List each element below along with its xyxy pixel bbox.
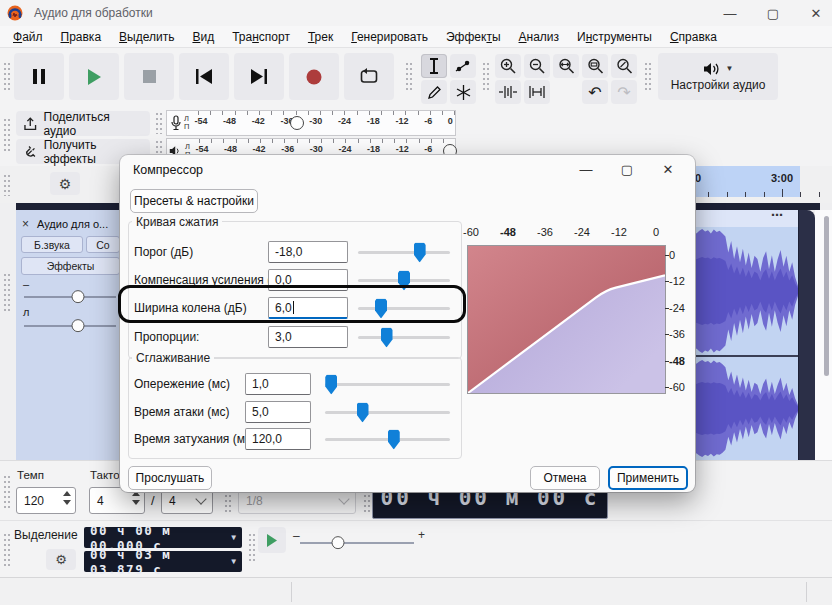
group-legend: Кривая сжатия — [132, 215, 222, 229]
track-title[interactable]: Аудио для о... — [37, 218, 108, 230]
pan-slider-thumb[interactable] — [72, 319, 85, 332]
menu-item-Правка[interactable]: Правка — [52, 28, 111, 46]
play-at-speed-button[interactable] — [258, 527, 286, 553]
track-effects-button[interactable]: Эффекты — [21, 257, 120, 275]
menu-item-Файл[interactable]: Файл — [4, 28, 52, 46]
record-button[interactable] — [289, 53, 339, 100]
pan-slider[interactable] — [24, 325, 116, 327]
clip-menu-icon[interactable]: ⋯ — [771, 208, 783, 222]
zoom-out-button[interactable] — [524, 54, 550, 78]
meter-scale-value: -12 — [395, 116, 408, 126]
share-audio-button[interactable]: Поделиться аудио — [16, 111, 150, 136]
param-slider[interactable] — [358, 307, 450, 310]
skip-to-start-button[interactable] — [179, 53, 229, 100]
dialog-minimize-button[interactable]: — — [566, 155, 606, 183]
meter-scale-value: -12 — [396, 144, 409, 154]
record-meter[interactable]: ЛП -54-48-42-36-30-24-18-12-60 — [166, 110, 456, 136]
graph-right-label: -12 — [669, 275, 685, 287]
multi-tool-button[interactable] — [450, 80, 476, 104]
title-bar: Аудио для обработки — ▢ ✕ — [0, 0, 832, 26]
clip-right-edge[interactable] — [798, 210, 815, 460]
param-input[interactable]: 3,0 — [268, 326, 348, 348]
redo-button[interactable]: ↷ — [611, 80, 637, 104]
zoom-toggle-button[interactable] — [611, 54, 637, 78]
param-input[interactable]: 120,0 — [245, 428, 311, 450]
menu-item-Эффекты[interactable]: Эффекты — [437, 28, 510, 46]
trim-audio-button[interactable] — [495, 80, 521, 104]
timeline-options-button[interactable]: ⚙ — [50, 172, 80, 195]
clip-header[interactable]: ⋯ — [679, 210, 798, 227]
graph-right-tick — [665, 334, 669, 335]
param-input[interactable]: 6,0 — [268, 297, 348, 319]
graph-top-label: 0 — [653, 226, 659, 238]
meter-scale-value: -24 — [338, 116, 351, 126]
waveform-channel-1[interactable] — [679, 227, 798, 355]
zoom-to-selection-button[interactable] — [553, 54, 579, 78]
menu-item-Анализ[interactable]: Анализ — [510, 28, 569, 46]
param-input[interactable]: 5,0 — [245, 401, 311, 423]
minimize-button[interactable]: — — [710, 0, 750, 26]
trim-audio-icon — [499, 86, 517, 98]
volume-slider-thumb[interactable] — [72, 290, 85, 303]
silence-audio-button[interactable] — [524, 80, 550, 104]
track-close-icon[interactable]: × — [22, 217, 29, 231]
menu-item-Вид[interactable]: Вид — [183, 28, 223, 46]
param-label: Время атаки (мс) — [134, 405, 229, 419]
microphone-icon — [170, 115, 182, 131]
waveform-channel-2[interactable] — [679, 357, 798, 460]
envelope-tool-button[interactable] — [450, 54, 476, 78]
param-slider[interactable] — [325, 383, 450, 386]
volume-slider[interactable] — [24, 296, 116, 298]
param-slider[interactable] — [358, 251, 450, 254]
speaker-icon — [703, 62, 721, 76]
vertical-scrollbar[interactable] — [824, 216, 829, 376]
presets-settings-button[interactable]: Пресеты & настройки — [130, 189, 258, 213]
dialog-maximize-button[interactable]: ▢ — [607, 155, 647, 183]
loop-button[interactable] — [344, 53, 394, 100]
param-input[interactable]: 1,0 — [245, 373, 311, 395]
record-volume-slider-thumb[interactable] — [290, 116, 304, 130]
play-speed-slider-thumb[interactable] — [332, 536, 345, 549]
tempo-spinner[interactable]: 120 — [16, 487, 76, 514]
selection-start-field[interactable]: 00 ч 00 м 00.000 с▼ — [84, 527, 242, 548]
solo-button[interactable]: Со — [86, 236, 120, 253]
stop-button[interactable] — [124, 53, 174, 100]
param-input[interactable]: -18,0 — [268, 241, 348, 263]
zoom-in-button[interactable] — [495, 54, 521, 78]
pause-button[interactable] — [14, 53, 64, 100]
cancel-button[interactable]: Отмена — [530, 466, 600, 490]
preview-button[interactable]: Прослушать — [128, 466, 212, 490]
apply-button[interactable]: Применить — [608, 466, 688, 490]
ruler-tick — [727, 192, 728, 197]
selection-end-field[interactable]: 00 ч 03 м 03.879 с▼ — [84, 551, 242, 572]
dialog-close-button[interactable]: ✕ — [648, 155, 688, 183]
skip-to-end-button[interactable] — [234, 53, 284, 100]
selection-toolbar: Выделение ⚙ 00 ч 00 м 00.000 с▼ 00 ч 03 … — [0, 520, 832, 578]
mute-button[interactable]: Б.звука — [21, 236, 83, 253]
param-label: Время затухания (мс) — [134, 432, 255, 446]
menu-item-Транспорт[interactable]: Транспорт — [223, 28, 299, 46]
maximize-button[interactable]: ▢ — [753, 0, 793, 26]
menu-item-Трек[interactable]: Трек — [299, 28, 342, 46]
fit-project-button[interactable] — [582, 54, 608, 78]
param-slider[interactable] — [358, 336, 450, 339]
selection-tool-button[interactable] — [421, 54, 447, 78]
play-speed-slider[interactable] — [300, 542, 414, 544]
audio-setup-button[interactable]: ▼ Настройки аудио — [658, 53, 778, 100]
undo-button[interactable]: ↶ — [582, 80, 608, 104]
play-button[interactable] — [69, 53, 119, 100]
param-label: Ширина колена (дБ) — [134, 301, 247, 315]
param-slider[interactable] — [325, 438, 450, 441]
graph-top-label: -24 — [574, 226, 590, 238]
param-input[interactable]: 0,0 — [268, 269, 348, 291]
envelope-icon — [455, 59, 471, 73]
menu-item-Выделить[interactable]: Выделить — [110, 28, 183, 46]
draw-tool-button[interactable] — [421, 80, 447, 104]
menu-item-Инструменты[interactable]: Инструменты — [568, 28, 661, 46]
param-label: Опережение (мс) — [134, 377, 230, 391]
close-button[interactable]: ✕ — [796, 0, 832, 26]
menu-item-Справка[interactable]: Справка — [661, 28, 726, 46]
selection-options-button[interactable]: ⚙ — [46, 549, 76, 570]
param-slider[interactable] — [325, 411, 450, 414]
menu-item-Генерировать[interactable]: Генерировать — [342, 28, 437, 46]
